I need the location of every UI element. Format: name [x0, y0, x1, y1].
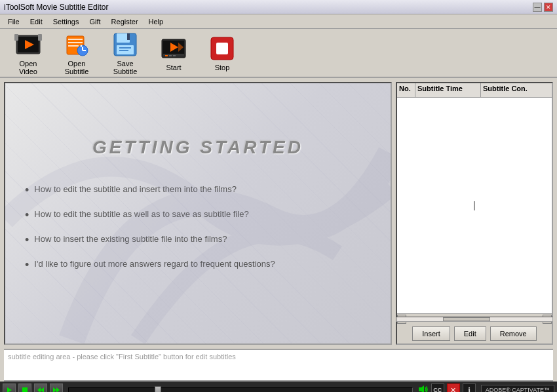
start-button[interactable]: Start — [151, 31, 197, 75]
progress-track[interactable] — [68, 387, 413, 392]
start-icon — [160, 35, 187, 62]
svg-rect-6 — [68, 39, 83, 40]
remove-button[interactable]: Remove — [490, 326, 537, 341]
main-content: GETTING STARTED • How to edit the subtit… — [0, 78, 557, 349]
play-button[interactable] — [3, 383, 16, 392]
minimize-button[interactable]: — — [533, 3, 542, 12]
playback-bar: CC ✕ ℹ ADOBE® CAPTIVATE™ — [0, 382, 557, 392]
info-button[interactable]: ℹ — [463, 383, 476, 392]
open-video-label: Open Video — [10, 60, 47, 75]
subtitle-edit-placeholder: subtitle editing area - please click "Fi… — [8, 353, 236, 361]
open-subtitle-button[interactable]: Open Subtitle — [54, 28, 100, 79]
save-subtitle-button[interactable]: Save Subtitle — [102, 28, 148, 79]
rewind-button[interactable] — [34, 383, 47, 392]
svg-marker-35 — [419, 385, 424, 393]
subtitle-edit-area[interactable]: subtitle editing area - please click "Fi… — [4, 349, 553, 382]
col-time-header: Subtitle Time — [415, 83, 481, 97]
subtitle-table-body[interactable] — [397, 98, 552, 313]
svg-marker-29 — [7, 387, 12, 392]
svg-rect-22 — [165, 55, 168, 56]
svg-marker-33 — [53, 387, 56, 392]
stop-button[interactable]: Stop — [199, 31, 245, 75]
toolbar: Open Video Open Subtitle — [0, 29, 557, 78]
svg-rect-17 — [119, 47, 131, 49]
svg-rect-4 — [38, 34, 42, 41]
svg-marker-32 — [37, 387, 41, 392]
fast-forward-button[interactable] — [50, 383, 63, 392]
save-subtitle-icon — [111, 31, 139, 58]
playback-stop-button[interactable] — [18, 383, 31, 392]
stop-icon — [208, 35, 236, 62]
svg-rect-3 — [14, 34, 18, 41]
svg-rect-18 — [119, 50, 128, 51]
preview-panel: GETTING STARTED • How to edit the subtit… — [4, 82, 392, 345]
scroll-track[interactable] — [396, 317, 553, 322]
insert-button[interactable]: Insert — [412, 326, 450, 341]
menu-gift[interactable]: Gift — [84, 16, 106, 27]
svg-marker-34 — [56, 387, 60, 392]
open-video-icon — [14, 31, 42, 58]
open-video-button[interactable]: Open Video — [5, 28, 51, 79]
title-bar-buttons: — ✕ — [533, 3, 553, 12]
subtitle-scrollbar-horizontal[interactable]: ◀ ▶ — [397, 313, 552, 324]
edit-button[interactable]: Edit — [454, 326, 486, 341]
menu-settings[interactable]: Settings — [48, 16, 85, 27]
close-media-button[interactable]: ✕ — [447, 383, 460, 392]
subtitle-action-buttons: Insert Edit Remove — [397, 324, 552, 343]
stop-label: Stop — [215, 64, 230, 71]
open-subtitle-icon — [63, 31, 90, 58]
svg-rect-23 — [169, 55, 172, 56]
subtitle-panel: No. Subtitle Time Subtitle Con. ◀ ▶ Inse… — [396, 82, 553, 345]
subtitle-table-header: No. Subtitle Time Subtitle Con. — [397, 83, 552, 98]
window-title: iToolSoft Movie Subtitle Editor — [4, 3, 108, 12]
svg-rect-15 — [127, 33, 130, 40]
cc-button[interactable]: CC — [431, 383, 444, 392]
menu-register[interactable]: Register — [106, 16, 144, 27]
svg-point-12 — [81, 45, 83, 47]
svg-rect-24 — [173, 55, 176, 56]
adobe-label: ADOBE® CAPTIVATE™ — [486, 387, 550, 392]
title-bar: iToolSoft Movie Subtitle Editor — ✕ — [0, 0, 557, 14]
open-subtitle-label: Open Subtitle — [58, 60, 95, 75]
svg-rect-30 — [22, 387, 28, 392]
volume-icon[interactable] — [418, 384, 429, 393]
progress-thumb[interactable] — [155, 386, 161, 392]
close-button[interactable]: ✕ — [544, 3, 553, 12]
svg-rect-28 — [216, 43, 228, 54]
adobe-badge: ADOBE® CAPTIVATE™ — [481, 385, 554, 392]
subtitle-cursor — [474, 201, 475, 210]
save-subtitle-label: Save Subtitle — [107, 60, 144, 75]
menu-edit[interactable]: Edit — [25, 16, 48, 27]
col-content-header: Subtitle Con. — [481, 83, 552, 97]
svg-marker-31 — [41, 387, 44, 392]
scroll-thumb[interactable] — [443, 317, 490, 321]
col-no-header: No. — [397, 83, 415, 97]
menu-help[interactable]: Help — [144, 16, 169, 27]
start-label: Start — [166, 64, 181, 71]
svg-rect-7 — [68, 42, 83, 43]
svg-rect-8 — [68, 45, 79, 47]
menu-file[interactable]: File — [3, 16, 25, 27]
